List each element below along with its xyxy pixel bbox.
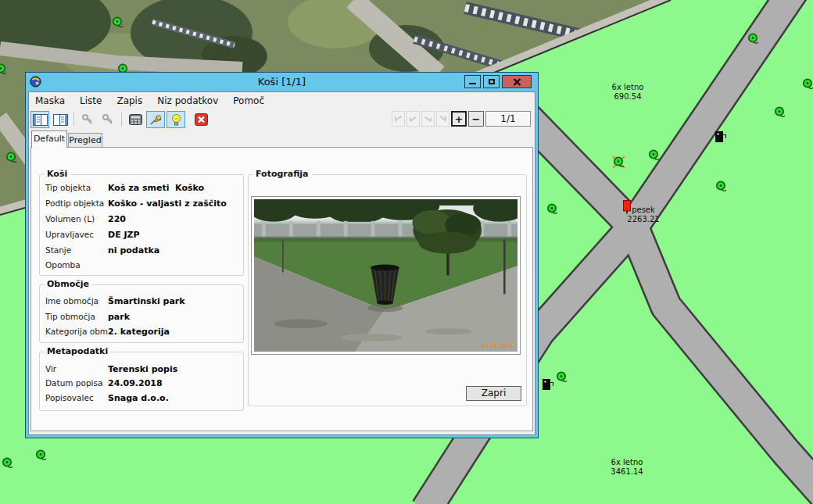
field-value: 24.09.2018 [108,378,163,388]
tree-icon[interactable] [747,32,760,45]
window-title: Koši [1/1] [26,76,538,88]
tree-icon[interactable] [34,449,48,462]
zapri-button[interactable]: Zapri [466,386,521,401]
pin-location-button[interactable] [146,111,165,128]
red-x-icon [195,113,208,126]
table-view-icon [53,114,68,126]
toolbar-separator [73,113,74,127]
field-value: 220 [108,214,126,224]
maximize-icon [489,79,495,84]
field-label: Tip območja [45,312,108,321]
key-icon [102,113,114,126]
titlebar[interactable]: Koši [1/1] [26,73,538,91]
menu-maska[interactable]: Maska [32,93,72,109]
group-obmocje: Območje Ime območjaŠmartinski park Tip o… [39,284,244,343]
field-label: Datum popisa [45,378,108,388]
map-area-label: 6x letno690.54 [612,83,644,102]
close-mask-button[interactable] [192,111,210,128]
menu-zapis[interactable]: Zapis [113,93,149,109]
field-label: Kategorija območj [45,327,108,336]
tree-icon[interactable] [0,63,8,76]
highlight-button[interactable] [167,111,185,128]
form-view-icon [33,114,48,126]
maximize-button[interactable] [483,75,500,88]
field-value: Koš za smeti Koško [108,183,204,193]
first-record-icon [394,115,403,123]
group-kosi: Koši Tip objektaKoš za smeti Koško Podti… [39,174,244,276]
menu-pomoc[interactable]: Pomoč [230,93,271,109]
tab-pregled[interactable]: Pregled [68,133,102,148]
field-value: 2. kategorija [108,327,170,337]
tree-icon[interactable] [555,370,568,384]
tree-icon[interactable] [1,456,14,470]
dialog-client-area: Maska Liste Zapis Niz podatkov Pomoč [28,91,535,435]
menu-liste[interactable]: Liste [77,93,109,109]
field-label: Ime območja [45,296,108,306]
calculator-icon [129,114,142,125]
tree-icon[interactable] [111,16,124,29]
calculator-button[interactable] [126,111,145,128]
tree-icon[interactable] [801,77,813,91]
last-record-icon [439,115,447,123]
record-navigation: + − 1/1 [392,111,531,127]
table-view-button[interactable] [51,111,70,128]
close-button[interactable] [502,75,532,88]
field-label: Tip objekta [45,183,108,192]
menu-niz-podatkov[interactable]: Niz podatkov [154,93,225,109]
tree-icon[interactable] [5,151,18,164]
previous-record-icon [409,115,417,123]
field-label: Podtip objekta [45,198,108,208]
key-lock-button[interactable] [98,111,117,128]
photo-frame: 24.09.2018 [251,196,521,355]
last-record-button[interactable] [436,111,449,127]
group-fotografija-title: Fotografija [252,169,312,179]
group-fotografija: Fotografija [248,174,527,406]
minimize-button[interactable] [464,75,481,88]
photo-park-trash-bin: 24.09.2018 [254,199,518,352]
kosi-dialog-window: Koši [1/1] Maska Liste Zapis Niz podatko… [26,73,538,438]
field-value: ni podatka [108,245,159,256]
tree-icon[interactable] [546,202,559,216]
next-record-icon [424,115,432,123]
group-kosi-title: Koši [44,169,70,179]
record-indicator: 1/1 [485,111,531,127]
zoom-out-button[interactable]: − [468,111,484,127]
tab-default[interactable]: Default [31,130,67,148]
field-label: Opomba [45,260,108,270]
tree-icon-selected[interactable] [612,155,625,169]
waste-bin-marker-icon[interactable] [543,378,554,395]
field-value: Šmartinski park [108,296,185,306]
group-metapodatki-title: Metapodatki [44,346,111,356]
key-icon [81,113,94,126]
tab-page-default: Koši Tip objektaKoš za smeti Koško Podti… [30,147,533,431]
previous-record-button[interactable] [406,111,420,127]
group-metapodatki: Metapodatki VirTerenski popis Datum popi… [39,352,244,411]
field-label: Vir [45,364,108,374]
waste-bin-marker-icon[interactable] [715,130,727,147]
key-edit-button[interactable] [78,111,97,128]
field-label: Volumen (L) [45,214,108,223]
map-area-label: 6x letno3461.14 [611,458,643,477]
zoom-in-button[interactable]: + [451,111,467,127]
tree-icon[interactable] [647,148,661,162]
tree-icon[interactable] [773,105,786,119]
first-record-button[interactable] [392,111,405,127]
tab-bar: Default Pregled [30,130,533,148]
field-value: Snaga d.o.o. [108,393,169,403]
field-value: park [108,312,130,322]
next-record-button[interactable] [421,111,435,127]
field-label: Popisovalec [45,393,108,402]
field-value: DE JZP [108,230,140,240]
photo-lamp-post [503,240,505,295]
lightbulb-icon [170,113,182,127]
form-view-button[interactable] [30,111,49,128]
close-icon [513,78,521,86]
group-obmocje-title: Območje [44,279,92,289]
field-label: Stanje [45,245,108,255]
field-label: Upravljavec [45,230,108,239]
tree-icon[interactable] [715,180,728,193]
toolbar-separator [121,113,122,127]
menubar: Maska Liste Zapis Niz podatkov Pomoč [29,92,535,109]
map-area-label: pesek2263.21 [627,206,659,224]
gis-map-screen: 6x letno690.54pesek2263.216x letno3461.1… [0,0,813,504]
